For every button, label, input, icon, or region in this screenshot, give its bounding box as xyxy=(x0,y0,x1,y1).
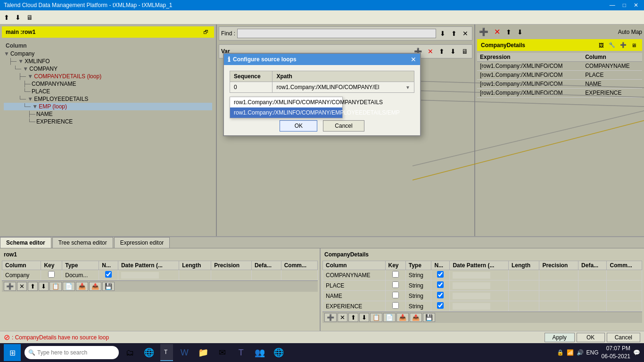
time-display: 07:07 PM 06-05-2021 xyxy=(602,345,630,361)
modal-close-button[interactable]: ✕ xyxy=(411,56,416,63)
taskbar-icon-cortana[interactable]: 🗂 xyxy=(123,345,138,360)
sr-col-key: Key xyxy=(385,261,405,270)
modal-row-0[interactable]: 0 row1.Company:/XMLINFO/COMPANY/El ▼ xyxy=(230,82,414,93)
sr-cell-key-exp[interactable] xyxy=(385,301,405,312)
sr-cell-key-pl[interactable] xyxy=(385,280,405,291)
sr-save-btn[interactable]: 💾 xyxy=(423,313,435,322)
sr-col-precision: Precision xyxy=(539,261,578,270)
taskbar-icon-edge[interactable]: 🌐 xyxy=(141,345,157,360)
sr-key-nm[interactable] xyxy=(392,292,399,298)
sr-export-btn[interactable]: 📤 xyxy=(410,313,422,322)
sr-cell-null-exp[interactable] xyxy=(431,301,450,312)
modal-ok-button[interactable]: OK xyxy=(280,120,317,132)
sr-cell-com-nm xyxy=(607,291,642,301)
taskbar-icon-mail[interactable]: ✉ xyxy=(215,345,230,360)
sl-col-nullable: N... xyxy=(99,261,118,270)
sr-key-pl[interactable] xyxy=(392,281,399,288)
taskbar-icon-viva[interactable]: 👥 xyxy=(252,345,267,360)
sr-up-btn[interactable]: ⬆ xyxy=(348,313,358,322)
start-button[interactable]: ⊞ xyxy=(4,344,21,361)
sr-cell-dp-exp xyxy=(450,301,509,312)
scroll-up-button[interactable]: ⬆ xyxy=(2,13,11,22)
sr-add-btn[interactable]: ➕ xyxy=(324,313,337,322)
scroll-down-button[interactable]: ⬇ xyxy=(13,13,23,22)
sr-cell-type-pl: String xyxy=(405,280,431,291)
dropdown-option-emp[interactable]: row1.Company:/XMLINFO/COMPANY/EMPLOYEEDE… xyxy=(230,107,342,118)
sr-cell-prec-pl xyxy=(539,280,578,291)
sr-cell-key-cn[interactable] xyxy=(385,270,405,280)
sr-row-experience[interactable]: EXPERIENCE String xyxy=(323,301,642,312)
search-bar[interactable]: 🔍 xyxy=(25,346,119,359)
taskbar-icon-word[interactable]: W xyxy=(177,345,192,360)
sl-nullable-checkbox[interactable] xyxy=(105,271,112,278)
tab-schema-editor[interactable]: Schema editor xyxy=(0,237,51,248)
schema-left-table: Column Key Type N... Date Pattern (... L… xyxy=(2,261,318,280)
sr-cell-com-cn xyxy=(607,270,642,280)
status-bar: ⊘ : CompanyDetails have no source loop A… xyxy=(0,331,644,343)
sr-null-exp[interactable] xyxy=(437,302,444,309)
sl-col-key: Key xyxy=(41,261,62,270)
modal-table: Sequence Xpath 0 row1.Company:/XMLINFO/C… xyxy=(230,71,414,93)
sr-row-name[interactable]: NAME String xyxy=(323,291,642,301)
taskbar-icon-teams[interactable]: T xyxy=(233,345,248,360)
dropdown-option-companydetails[interactable]: row1.Company:/XMLINFO/COMPANY/COMPANYDET… xyxy=(230,97,342,107)
taskbar-icon-shield: 🔒 xyxy=(557,349,564,356)
sr-col-comment: Comm... xyxy=(607,261,642,270)
sr-cell-def-pl xyxy=(578,280,607,291)
sr-key-cn[interactable] xyxy=(392,271,399,278)
taskbar-icon-chrome[interactable]: 🌐 xyxy=(271,345,286,360)
clock-date: 06-05-2021 xyxy=(602,353,630,361)
sr-null-nm[interactable] xyxy=(437,292,444,298)
taskbar-app-talend[interactable]: T xyxy=(160,344,173,361)
sl-key-checkbox[interactable] xyxy=(48,271,55,278)
sr-null-pl[interactable] xyxy=(437,281,444,288)
notification-icon[interactable]: 💬 xyxy=(633,349,640,356)
sl-save-btn[interactable]: 💾 xyxy=(102,282,115,291)
sr-cell-null-pl[interactable] xyxy=(431,280,450,291)
maximize-button[interactable]: □ xyxy=(621,2,628,8)
tab-tree-schema-editor[interactable]: Tree schema editor xyxy=(52,237,113,248)
sl-import-btn[interactable]: 📥 xyxy=(76,282,88,291)
modal-seq-value: 0 xyxy=(230,82,272,93)
sr-cell-null-cn[interactable] xyxy=(431,270,450,280)
sr-row-place[interactable]: PLACE String xyxy=(323,280,642,291)
ok-button[interactable]: OK xyxy=(577,333,605,342)
sr-key-exp[interactable] xyxy=(392,302,399,309)
sr-row-companyname[interactable]: COMPANYNAME String xyxy=(323,270,642,280)
sl-row-company[interactable]: Company Docum... xyxy=(2,270,318,280)
sl-col-datepattern: Date Pattern (... xyxy=(118,261,179,270)
sr-import-btn[interactable]: 📥 xyxy=(396,313,409,322)
cancel-button[interactable]: Cancel xyxy=(607,333,640,342)
sr-null-cn[interactable] xyxy=(437,271,444,278)
taskbar-icon-files[interactable]: 📁 xyxy=(196,345,211,360)
sl-remove-btn[interactable]: ✕ xyxy=(17,282,27,291)
sl-copy-btn[interactable]: 📋 xyxy=(50,282,62,291)
sr-copy-btn[interactable]: 📋 xyxy=(370,313,382,322)
sr-remove-btn[interactable]: ✕ xyxy=(338,313,347,322)
sr-cell-null-nm[interactable] xyxy=(431,291,450,301)
sl-down-btn[interactable]: ⬇ xyxy=(39,282,49,291)
sl-add-btn[interactable]: ➕ xyxy=(4,282,16,291)
minimize-button[interactable]: — xyxy=(608,2,617,8)
xpath-dropdown-arrow[interactable]: ▼ xyxy=(405,85,410,90)
apply-button[interactable]: Apply xyxy=(545,333,575,342)
sl-up-btn[interactable]: ⬆ xyxy=(28,282,38,291)
display-button[interactable]: 🖥 xyxy=(25,13,35,22)
window-controls: — □ ✕ xyxy=(608,2,640,8)
sl-cell-column: Company xyxy=(2,270,41,280)
error-icon: ⊘ xyxy=(4,333,10,342)
search-input[interactable] xyxy=(37,349,115,356)
sr-cell-prec-nm xyxy=(539,291,578,301)
sr-down-btn[interactable]: ⬇ xyxy=(359,313,369,322)
sr-paste-btn[interactable]: 📄 xyxy=(383,313,396,322)
sl-export-btn[interactable]: 📤 xyxy=(89,282,101,291)
sl-cell-key[interactable] xyxy=(41,270,62,280)
sr-cell-len-cn xyxy=(509,270,539,280)
sl-paste-btn[interactable]: 📄 xyxy=(63,282,75,291)
modal-cancel-button[interactable]: Cancel xyxy=(323,120,364,132)
close-button[interactable]: ✕ xyxy=(632,2,640,8)
sr-cell-key-nm[interactable] xyxy=(385,291,405,301)
xpath-dropdown-list: row1.Company:/XMLINFO/COMPANY/COMPANYDET… xyxy=(230,97,343,118)
sl-cell-nullable[interactable] xyxy=(99,270,118,280)
tab-expression-editor[interactable]: Expression editor xyxy=(114,237,170,248)
